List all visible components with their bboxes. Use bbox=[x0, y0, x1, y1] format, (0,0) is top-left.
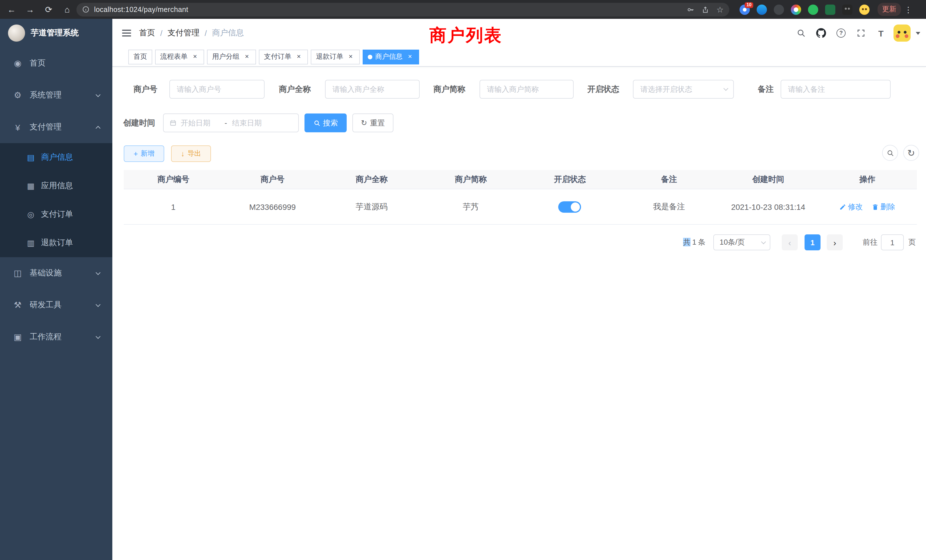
close-icon[interactable]: × bbox=[243, 53, 251, 61]
search-icon bbox=[313, 120, 320, 126]
col-remark: 备注 bbox=[619, 174, 719, 185]
create-time-range-picker[interactable]: 开始日期 - 结束日期 bbox=[163, 114, 299, 132]
site-info-icon[interactable] bbox=[82, 6, 89, 13]
next-page-button[interactable]: › bbox=[827, 235, 843, 250]
search-icon[interactable] bbox=[794, 26, 808, 41]
sidebar-item-dev-tools[interactable]: ⚒ 研发工具 bbox=[0, 289, 112, 321]
password-key-icon[interactable] bbox=[687, 5, 695, 14]
status-select[interactable]: 请选择开启状态 bbox=[633, 80, 734, 98]
chevron-down-icon bbox=[723, 86, 728, 91]
close-icon[interactable]: × bbox=[406, 53, 414, 61]
edit-button[interactable]: 修改 bbox=[839, 201, 863, 212]
tab-merchant-info[interactable]: 商户信息 × bbox=[363, 49, 419, 64]
sidebar-item-system[interactable]: ⚙ 系统管理 bbox=[0, 79, 112, 111]
reload-icon[interactable]: ⟳ bbox=[41, 4, 56, 15]
breadcrumb-payment[interactable]: 支付管理 bbox=[168, 28, 200, 38]
browser-menu-icon[interactable]: ⋮ bbox=[904, 5, 912, 14]
sidebar-item-payment[interactable]: ¥ 支付管理 bbox=[0, 111, 112, 143]
github-icon[interactable] bbox=[814, 26, 829, 41]
breadcrumb-separator: / bbox=[160, 29, 162, 38]
refresh-table-button[interactable]: ↻ bbox=[903, 145, 919, 161]
delete-button[interactable]: 删除 bbox=[872, 201, 895, 212]
extension-icon-3[interactable] bbox=[774, 4, 784, 15]
sidebar-item-label: 研发工具 bbox=[30, 300, 62, 310]
export-button[interactable]: ↓ 导出 bbox=[171, 145, 211, 162]
page-unit-label: 页 bbox=[908, 235, 916, 250]
merchant-table: 商户编号 商户号 商户全称 商户简称 开启状态 备注 创建时间 操作 1 M23… bbox=[124, 170, 917, 225]
sidebar-item-refund-order[interactable]: ▥ 退款订单 bbox=[0, 229, 112, 257]
add-button[interactable]: + 新增 bbox=[124, 145, 164, 162]
bookmark-star-icon[interactable]: ☆ bbox=[716, 5, 723, 14]
cell-status bbox=[520, 201, 619, 212]
close-icon[interactable]: × bbox=[295, 53, 303, 61]
page-size-select[interactable]: 10条/页 bbox=[713, 235, 770, 250]
sidebar-item-home[interactable]: ◉ 首页 bbox=[0, 47, 112, 79]
payment-submenu: ▤ 商户信息 ▦ 应用信息 ◎ 支付订单 ▥ 退款订单 bbox=[0, 143, 112, 257]
sidebar-item-pay-order[interactable]: ◎ 支付订单 bbox=[0, 200, 112, 229]
browser-nav-buttons: ← → ⟳ ⌂ bbox=[0, 4, 76, 15]
extension-icon-8[interactable] bbox=[859, 4, 870, 15]
extension-icon-2[interactable] bbox=[757, 4, 767, 15]
status-toggle[interactable] bbox=[558, 201, 581, 212]
sidebar-item-label: 退款订单 bbox=[41, 238, 73, 248]
goto-page-input[interactable] bbox=[881, 235, 904, 250]
goto-label: 前往 bbox=[863, 235, 878, 250]
prev-page-button[interactable]: ‹ bbox=[782, 235, 798, 250]
cell-short-name: 芋艿 bbox=[421, 201, 520, 212]
help-icon[interactable]: ? bbox=[834, 26, 849, 41]
breadcrumb-home[interactable]: 首页 bbox=[139, 28, 155, 38]
toggle-search-button[interactable] bbox=[882, 145, 898, 161]
extension-icon-1[interactable]: 10 bbox=[740, 4, 750, 15]
merchant-no-input[interactable] bbox=[169, 80, 265, 98]
reset-button[interactable]: ↻ 重置 bbox=[353, 114, 393, 132]
user-menu-caret-icon[interactable] bbox=[916, 32, 920, 35]
page-number-button[interactable]: 1 bbox=[805, 235, 820, 250]
remark-input[interactable] bbox=[781, 80, 891, 98]
close-icon[interactable]: × bbox=[346, 53, 355, 61]
create-time-label: 创建时间 bbox=[123, 114, 155, 132]
sidebar-item-app-info[interactable]: ▦ 应用信息 bbox=[0, 172, 112, 200]
cell-full-name: 芋道源码 bbox=[322, 201, 421, 212]
sidebar-item-merchant-info[interactable]: ▤ 商户信息 bbox=[0, 143, 112, 172]
extension-icon-6[interactable] bbox=[825, 4, 835, 15]
extension-icon-5[interactable] bbox=[808, 4, 818, 15]
hamburger-icon[interactable] bbox=[122, 30, 131, 36]
breadcrumb: 首页 / 支付管理 / 商户信息 bbox=[139, 28, 244, 38]
range-separator: - bbox=[219, 119, 232, 127]
short-name-input[interactable] bbox=[480, 80, 573, 98]
edit-pencil-icon bbox=[839, 203, 846, 210]
sidebar-item-label: 商户信息 bbox=[41, 152, 73, 162]
browser-update-button[interactable]: 更新 bbox=[878, 3, 901, 16]
chevron-down-icon bbox=[96, 302, 101, 307]
tab-home[interactable]: 首页 bbox=[128, 49, 152, 64]
tab-process-form[interactable]: 流程表单 × bbox=[155, 49, 204, 64]
chevron-down-icon bbox=[761, 239, 766, 244]
share-icon[interactable] bbox=[702, 5, 710, 14]
fullscreen-icon[interactable] bbox=[853, 26, 869, 41]
tab-refund-order[interactable]: 退款订单 × bbox=[311, 49, 360, 64]
logo[interactable]: 芋道管理系统 bbox=[0, 19, 112, 47]
search-button[interactable]: 搜索 bbox=[304, 114, 346, 132]
remark-label: 备注 bbox=[758, 80, 774, 98]
tab-pay-order[interactable]: 支付订单 × bbox=[259, 49, 308, 64]
extension-icon-4[interactable] bbox=[791, 4, 801, 15]
home-icon[interactable]: ⌂ bbox=[60, 5, 75, 14]
sidebar-item-workflow[interactable]: ▣ 工作流程 bbox=[0, 321, 112, 353]
close-icon[interactable]: × bbox=[191, 53, 199, 61]
full-name-input[interactable] bbox=[325, 80, 420, 98]
address-bar[interactable]: localhost:1024/pay/merchant ☆ bbox=[76, 3, 729, 16]
workflow-icon: ▣ bbox=[11, 332, 24, 342]
back-icon[interactable]: ← bbox=[4, 5, 19, 14]
forward-icon[interactable]: → bbox=[23, 5, 38, 14]
chevron-down-icon bbox=[96, 334, 101, 339]
page-content: 商户号 商户全称 商户简称 开启状态 请选择开启状态 备注 创建时间 开始日期 … bbox=[112, 67, 926, 560]
end-date-placeholder: 结束日期 bbox=[232, 118, 271, 128]
font-size-icon[interactable]: T bbox=[873, 26, 888, 41]
tab-user-group[interactable]: 用户分组 × bbox=[207, 49, 256, 64]
user-avatar[interactable] bbox=[894, 24, 911, 42]
extension-icon-7[interactable] bbox=[842, 4, 852, 15]
plus-icon: + bbox=[133, 150, 138, 157]
sidebar-item-infrastructure[interactable]: ◫ 基础设施 bbox=[0, 257, 112, 289]
navbar: 首页 / 支付管理 / 商户信息 ? T bbox=[112, 19, 926, 47]
url-text[interactable]: localhost:1024/pay/merchant bbox=[94, 5, 188, 14]
